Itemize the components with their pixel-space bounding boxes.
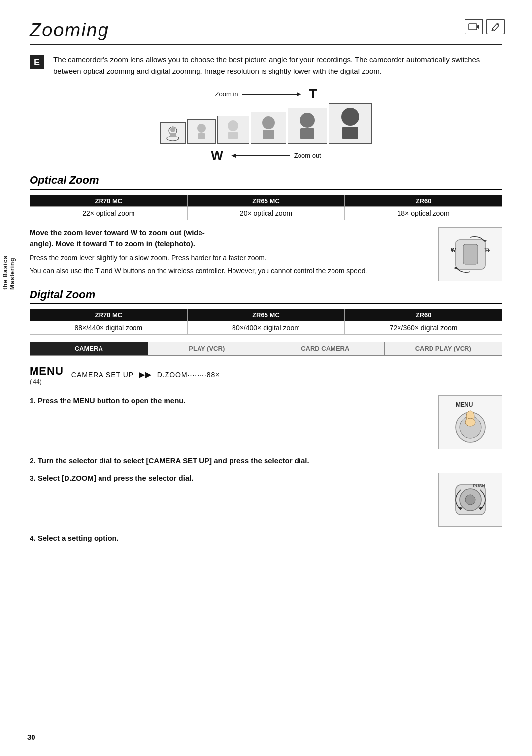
svg-point-12 (262, 116, 275, 129)
svg-point-10 (228, 120, 238, 131)
step-3-number: 3. (30, 474, 36, 482)
svg-point-8 (197, 124, 206, 133)
menu-row: MENU ( 44) CAMERA SET UP ▶▶ D.ZOOM······… (30, 362, 502, 388)
mastering-line1: Mastering (9, 257, 16, 290)
digital-col-3: ZR60 (345, 309, 502, 321)
svg-rect-0 (469, 24, 477, 30)
svg-rect-7 (170, 133, 176, 137)
svg-rect-13 (263, 130, 274, 139)
menu-page-ref: ( 44) (30, 378, 42, 385)
zoom-in-arrow (242, 91, 301, 98)
digital-col-2: ZR65 MC (187, 309, 345, 321)
top-icons (465, 19, 505, 34)
optical-zoom-table: ZR70 MC ZR65 MC ZR60 22× optical zoom 20… (30, 195, 502, 220)
page-number: 30 (27, 733, 35, 741)
bold-instruction-line1: Move the zoom lever toward W to zoom out… (30, 228, 205, 237)
intro-section: E The camcorder's zoom lens allows you t… (30, 54, 502, 77)
step-2-text: 2. Turn the selector dial to select [CAM… (30, 455, 502, 467)
digital-cell-1: 88×/440× digital zoom (30, 321, 188, 335)
zoom-w-label: W (211, 148, 223, 163)
menu-word: MENU (30, 365, 64, 378)
zoom-frame-2 (187, 119, 216, 144)
optical-cell-2: 20× optical zoom (187, 207, 345, 220)
tab-card-play-vcr[interactable]: CARD PLAY (VCR) (385, 342, 502, 355)
digital-cell-3: 72×/360× digital zoom (345, 321, 502, 335)
tab-camera[interactable]: CAMERA (30, 342, 148, 355)
step-4: 4. Select a setting option. (30, 533, 502, 544)
bold-instruction: Move the zoom lever toward W to zoom out… (30, 227, 305, 249)
zoom-diagram: Zoom in T (30, 86, 502, 163)
step-4-label: Select a setting option. (38, 534, 119, 542)
optical-zoom-row: 22× optical zoom 20× optical zoom 18× op… (30, 207, 502, 220)
svg-point-16 (341, 108, 359, 126)
svg-text:W: W (451, 247, 456, 253)
svg-point-6 (170, 127, 175, 132)
mastering-line2: the Basics (2, 255, 9, 290)
steps-section: 1. Press the MENU button to open the men… (30, 395, 502, 544)
pencil-icon (486, 19, 505, 34)
digital-zoom-table: ZR70 MC ZR65 MC ZR60 88×/440× digital zo… (30, 309, 502, 335)
svg-text:T: T (484, 247, 488, 253)
menu-camera-set-up: CAMERA SET UP (71, 371, 133, 378)
svg-text:PUSH: PUSH (473, 483, 485, 488)
optical-col-2: ZR65 MC (187, 195, 345, 207)
step-1-label: Press the MENU button to open the menu. (38, 396, 186, 405)
optical-col-1: ZR70 MC (30, 195, 188, 207)
optical-cell-3: 18× optical zoom (345, 207, 502, 220)
menu-label-box: MENU ( 44) (30, 365, 64, 385)
svg-text:MENU: MENU (456, 401, 473, 408)
page-title: Zooming (30, 20, 502, 45)
step-3-text: 3. Select [D.ZOOM] and press the selecto… (30, 473, 432, 484)
step-4-number: 4. (30, 534, 36, 542)
svg-marker-19 (231, 154, 236, 158)
svg-rect-9 (198, 133, 205, 139)
instruction-text-block: Move the zoom lever toward W to zoom out… (30, 227, 429, 281)
svg-rect-17 (342, 127, 358, 139)
step-2: 2. Turn the selector dial to select [CAM… (30, 455, 502, 467)
svg-rect-11 (228, 132, 238, 139)
svg-rect-15 (300, 128, 314, 139)
digital-cell-2: 80×/400× digital zoom (187, 321, 345, 335)
zoom-frame-6 (329, 103, 372, 144)
menu-arrow-symbol: ▶▶ (139, 370, 152, 378)
svg-point-14 (300, 113, 315, 128)
sub-instruction-1: Press the zoom lever slightly for a slow… (30, 252, 429, 263)
zoom-frame-4 (251, 112, 286, 144)
step-3: 3. Select [D.ZOOM] and press the selecto… (30, 473, 502, 527)
mode-tabs[interactable]: CAMERA PLAY (VCR) CARD CAMERA CARD PLAY … (30, 342, 502, 356)
tab-card-camera[interactable]: CARD CAMERA (266, 342, 385, 355)
digital-zoom-heading: Digital Zoom (30, 288, 502, 304)
zoom-lever-image: W T (438, 227, 502, 281)
tab-play-vcr[interactable]: PLAY (VCR) (148, 342, 266, 355)
optical-zoom-heading: Optical Zoom (30, 174, 502, 190)
svg-point-33 (466, 495, 475, 505)
intro-text: The camcorder's zoom lens allows you to … (53, 54, 502, 77)
zoom-frame-3 (217, 116, 249, 144)
step-2-label: Turn the selector dial to select [CAMERA… (38, 456, 309, 465)
zoom-out-arrow (231, 152, 290, 159)
optical-cell-1: 22× optical zoom (30, 207, 188, 220)
zoom-t-label: T (309, 86, 317, 102)
zoom-frame-5 (288, 108, 327, 144)
mastering-sidebar: Mastering the Basics (0, 251, 18, 294)
sub-instruction-2: You can also use the T and W buttons on … (30, 265, 429, 276)
menu-content-text: CAMERA SET UP ▶▶ D.ZOOM········88× (71, 370, 220, 379)
step-1: 1. Press the MENU button to open the men… (30, 395, 502, 449)
camera-mode-icon (465, 19, 483, 34)
step-1-number: 1. (30, 396, 36, 405)
zoom-images-row (160, 103, 372, 144)
menu-d-zoom: D.ZOOM········88× (157, 371, 220, 378)
step-1-image: MENU (438, 395, 502, 449)
zoom-frame-1 (160, 122, 186, 144)
optical-zoom-instruction: Move the zoom lever toward W to zoom out… (30, 227, 502, 281)
zoom-out-label: Zoom out (294, 152, 321, 159)
svg-rect-21 (463, 244, 478, 264)
optical-col-3: ZR60 (345, 195, 502, 207)
svg-point-30 (466, 418, 475, 426)
bold-instruction-line2: angle). Move it toward T to zoom in (tel… (30, 240, 195, 248)
digital-zoom-row: 88×/440× digital zoom 80×/400× digital z… (30, 321, 502, 335)
zoom-in-label: Zoom in (215, 90, 238, 98)
digital-col-1: ZR70 MC (30, 309, 188, 321)
menu-content-block: CAMERA SET UP ▶▶ D.ZOOM········88× (71, 365, 220, 379)
step-2-number: 2. (30, 456, 36, 465)
